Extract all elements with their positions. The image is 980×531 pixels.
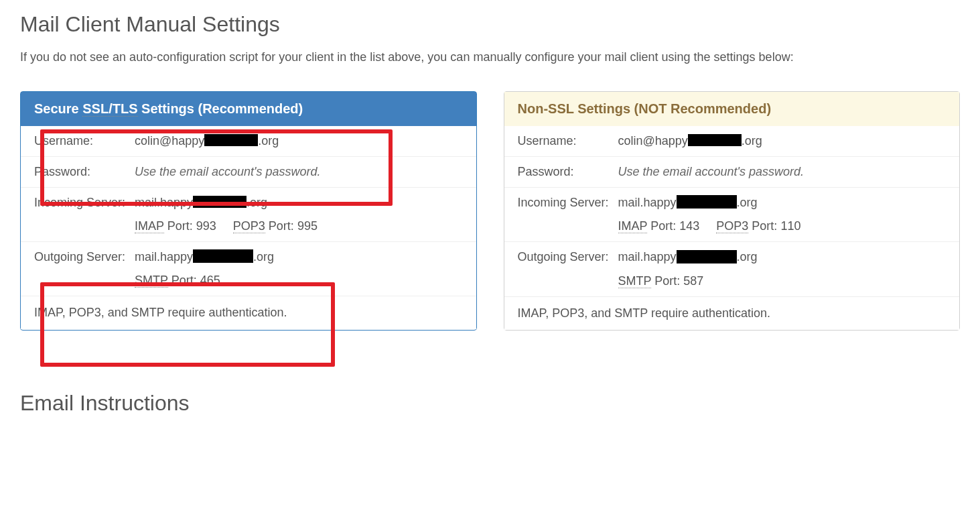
- outgoing-label: Outgoing Server:: [34, 250, 135, 264]
- ssl-username-row: Username: colin@happy.org: [21, 126, 476, 157]
- ssl-auth-note: IMAP, POP3, and SMTP require authenticat…: [21, 296, 476, 329]
- ssl-panel: Secure SSL/TLS Settings (Recommended) Us…: [20, 91, 477, 331]
- incoming-label: Incoming Server:: [34, 196, 135, 210]
- nonssl-incoming-value: mail.happy.org IMAP Port: 143 POP3 Port:…: [618, 196, 947, 233]
- username-label: Username:: [34, 134, 135, 148]
- nonssl-outgoing-value: mail.happy.org SMTP Port: 587: [618, 250, 947, 288]
- settings-panels: Secure SSL/TLS Settings (Recommended) Us…: [20, 91, 960, 331]
- ssl-outgoing-value: mail.happy.org SMTP Port: 465: [135, 250, 463, 288]
- nonssl-outgoing-row: Outgoing Server: mail.happy.org SMTP Por…: [504, 242, 960, 296]
- intro-text: If you do not see an auto-configuration …: [20, 50, 960, 64]
- ssl-incoming-row: Incoming Server: mail.happy.org IMAP Por…: [21, 188, 476, 242]
- ssl-username-value: colin@happy.org: [135, 134, 463, 148]
- ssl-password-row: Password: Use the email account's passwo…: [21, 157, 476, 188]
- ssl-panel-header: Secure SSL/TLS Settings (Recommended): [21, 92, 476, 126]
- password-label: Password:: [34, 165, 135, 179]
- nonssl-password-value: Use the email account's password.: [618, 165, 947, 179]
- nonssl-auth-note: IMAP, POP3, and SMTP require authenticat…: [504, 297, 960, 330]
- nonssl-panel: Non-SSL Settings (NOT Recommended) Usern…: [504, 91, 961, 331]
- nonssl-username-value: colin@happy.org: [618, 134, 947, 148]
- page-title: Mail Client Manual Settings: [20, 12, 960, 37]
- nonssl-username-row: Username: colin@happy.org: [504, 126, 960, 157]
- ssl-incoming-value: mail.happy.org IMAP Port: 993 POP3 Port:…: [135, 196, 463, 233]
- email-instructions-title: Email Instructions: [20, 391, 960, 416]
- ssl-outgoing-row: Outgoing Server: mail.happy.org SMTP Por…: [21, 242, 476, 296]
- nonssl-panel-header: Non-SSL Settings (NOT Recommended): [504, 92, 960, 126]
- ssl-password-value: Use the email account's password.: [135, 165, 463, 179]
- nonssl-incoming-row: Incoming Server: mail.happy.org IMAP Por…: [504, 188, 960, 242]
- nonssl-password-row: Password: Use the email account's passwo…: [504, 157, 960, 188]
